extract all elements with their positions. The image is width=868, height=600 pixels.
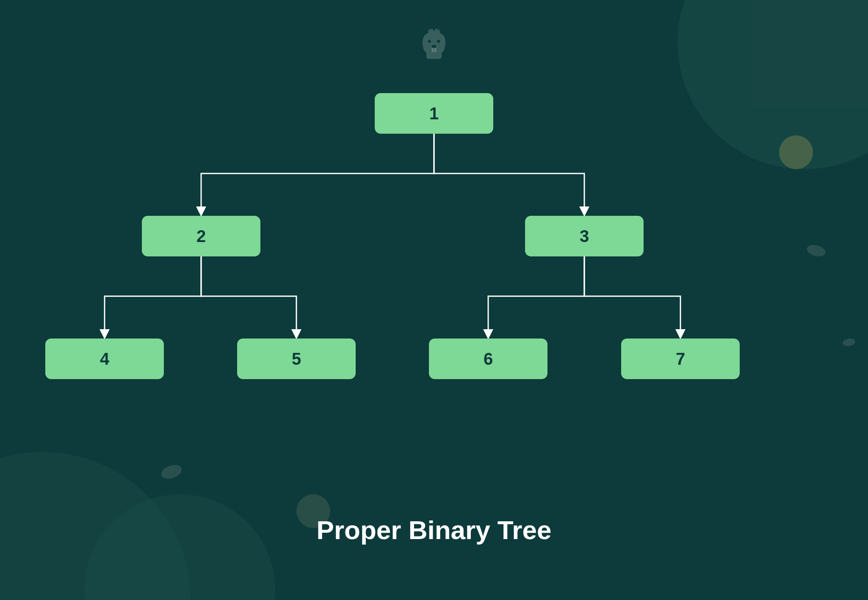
svg-point-0 (428, 40, 431, 43)
tree-node-3: 3 (525, 216, 644, 256)
bg-decoration (159, 462, 183, 481)
node-label: 5 (292, 350, 301, 369)
tree-node-2: 2 (142, 216, 260, 256)
node-label: 6 (484, 350, 493, 369)
svg-point-1 (437, 40, 440, 43)
tree-node-6: 6 (429, 339, 547, 379)
tree-node-7: 7 (621, 339, 740, 379)
svg-point-2 (432, 45, 437, 48)
tree-edges (0, 93, 868, 432)
tree-node-4: 4 (45, 339, 164, 379)
tree-node-1: 1 (375, 93, 493, 134)
svg-rect-4 (434, 48, 437, 52)
node-label: 1 (429, 104, 439, 123)
svg-rect-3 (432, 48, 434, 52)
binary-tree-diagram: 1 2 3 4 5 6 7 (0, 93, 868, 432)
beaver-logo-icon (413, 23, 455, 66)
node-label: 7 (676, 350, 685, 369)
tree-node-5: 5 (237, 339, 356, 379)
node-label: 2 (196, 227, 206, 246)
node-label: 3 (580, 227, 589, 246)
node-label: 4 (100, 350, 109, 369)
diagram-title: Proper Binary Tree (0, 515, 868, 545)
